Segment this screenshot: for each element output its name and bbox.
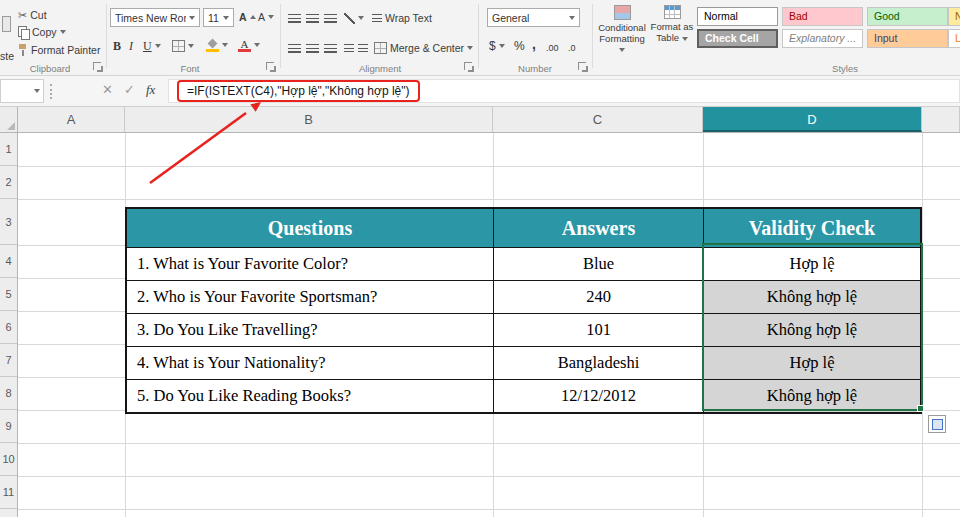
align-center-icon: [306, 44, 319, 53]
row-header-5[interactable]: 5: [0, 278, 17, 311]
column-header-b[interactable]: B: [125, 107, 493, 132]
comma-style-button[interactable]: ,: [532, 36, 536, 52]
answer-cell[interactable]: Blue: [493, 248, 703, 280]
format-as-table-button[interactable]: Format as Table: [650, 5, 694, 67]
conditional-formatting-button[interactable]: Conditional Formatting: [596, 5, 648, 67]
number-dialog-launcher-icon[interactable]: [578, 62, 588, 72]
font-size-combo[interactable]: 11: [203, 8, 234, 27]
validity-cell[interactable]: Không hợp lệ: [703, 314, 920, 346]
italic-button[interactable]: I: [129, 38, 133, 54]
cell-style-linked-partial[interactable]: Lin: [948, 29, 960, 48]
increase-font-button[interactable]: A: [239, 9, 256, 25]
cell-style-good[interactable]: Good: [867, 7, 948, 26]
borders-icon: [172, 40, 185, 52]
row-header-3[interactable]: 3: [0, 199, 17, 245]
align-middle-button[interactable]: [306, 10, 319, 26]
insert-function-icon[interactable]: fx: [146, 82, 155, 98]
validity-cell[interactable]: Không hợp lệ: [703, 380, 920, 412]
question-cell[interactable]: 2. Who is Your Favorite Sportsman?: [127, 281, 493, 313]
table-header-answers[interactable]: Answers: [493, 209, 703, 247]
fill-color-button[interactable]: [206, 37, 228, 53]
row-header-6[interactable]: 6: [0, 311, 17, 344]
align-left-button[interactable]: [288, 40, 301, 56]
borders-button[interactable]: [172, 38, 194, 54]
conditional-formatting-label: Conditional Formatting: [598, 22, 646, 44]
question-cell[interactable]: 3. Do You Like Travelling?: [127, 314, 493, 346]
table-row: 2. Who is Your Favorite Sportsman? 240 K…: [127, 280, 920, 313]
wrap-text-label: Wrap Text: [385, 12, 432, 24]
formula-bar-splitter[interactable]: [50, 84, 52, 99]
column-header-partial[interactable]: [922, 107, 960, 132]
row-header-2[interactable]: 2: [0, 166, 17, 199]
column-header-d-selected[interactable]: D: [703, 107, 922, 132]
row-header-8[interactable]: 8: [0, 377, 17, 410]
font-dialog-launcher-icon[interactable]: [266, 62, 276, 72]
answer-cell[interactable]: 240: [493, 281, 703, 313]
validity-cell[interactable]: Không hợp lệ: [703, 281, 920, 313]
fill-handle[interactable]: [917, 405, 924, 412]
column-header-c[interactable]: C: [493, 107, 703, 132]
percent-style-button[interactable]: %: [514, 38, 525, 54]
font-name-combo[interactable]: Times New Roma: [110, 8, 200, 27]
merge-center-button[interactable]: Merge & Center: [374, 40, 473, 56]
align-bottom-button[interactable]: [324, 10, 337, 26]
row-header-11[interactable]: 11: [0, 476, 17, 509]
clipboard-dialog-launcher-icon[interactable]: [93, 62, 103, 72]
format-painter-button[interactable]: Format Painter: [18, 42, 100, 58]
cell-style-input[interactable]: Input: [867, 29, 948, 48]
question-cell[interactable]: 5. Do You Like Reading Books?: [127, 380, 493, 412]
cell-style-explanatory[interactable]: Explanatory ...: [782, 29, 863, 48]
validity-cell-active[interactable]: Hợp lệ: [703, 248, 920, 280]
align-right-button[interactable]: [324, 40, 337, 56]
decrease-font-button[interactable]: A: [258, 9, 274, 25]
enter-icon[interactable]: ✓: [124, 82, 135, 97]
align-center-button[interactable]: [306, 40, 319, 56]
bold-button[interactable]: B: [113, 38, 121, 54]
row-header-7[interactable]: 7: [0, 344, 17, 377]
select-all-corner[interactable]: [0, 107, 18, 133]
cell-style-check-cell[interactable]: Check Cell: [697, 29, 778, 48]
row-header-4[interactable]: 4: [0, 245, 17, 278]
table-header-validity[interactable]: Validity Check: [703, 209, 920, 247]
copy-icon: [18, 26, 29, 39]
underline-button[interactable]: U: [143, 38, 161, 54]
answer-cell[interactable]: 101: [493, 314, 703, 346]
table-header-questions[interactable]: Questions: [127, 209, 493, 247]
decrease-decimal-button[interactable]: .0: [568, 40, 576, 56]
font-color-button[interactable]: A: [238, 37, 260, 53]
answer-cell[interactable]: 12/12/2012: [493, 380, 703, 412]
row-header-10[interactable]: 10: [0, 443, 17, 476]
increase-indent-button[interactable]: [358, 40, 368, 56]
align-top-icon: [288, 14, 301, 23]
name-box[interactable]: [0, 79, 44, 103]
cell-style-bad[interactable]: Bad: [782, 7, 863, 26]
question-cell[interactable]: 1. What is Your Favorite Color?: [127, 248, 493, 280]
cell-style-neutral-partial[interactable]: Ne: [948, 7, 960, 26]
validity-cell[interactable]: Hợp lệ: [703, 347, 920, 379]
increase-decimal-button[interactable]: .00: [546, 40, 559, 56]
number-format-combo[interactable]: General: [487, 8, 580, 27]
copy-button[interactable]: Copy: [18, 24, 66, 40]
answer-cell[interactable]: Bangladeshi: [493, 347, 703, 379]
comma-glyph: ,: [532, 36, 536, 52]
paste-button-partial[interactable]: ste: [0, 4, 15, 66]
cancel-icon[interactable]: ✕: [102, 82, 113, 97]
alignment-dialog-launcher-icon[interactable]: [464, 62, 474, 72]
question-cell[interactable]: 4. What is Your Nationality?: [127, 347, 493, 379]
sheet-area[interactable]: Questions Answers Validity Check 1. What…: [18, 133, 960, 517]
autofill-options-button[interactable]: [928, 415, 946, 433]
excel-window: ste ✂ Cut Copy Format Painter Clipboard …: [0, 0, 960, 517]
decrease-indent-button[interactable]: [344, 40, 354, 56]
align-top-button[interactable]: [288, 10, 301, 26]
accounting-format-button[interactable]: $: [489, 38, 505, 54]
cell-style-normal[interactable]: Normal: [697, 7, 778, 26]
wrap-text-button[interactable]: Wrap Text: [372, 10, 432, 26]
formula-input[interactable]: =IF(ISTEXT(C4),"Hợp lệ","Không hợp lệ"): [168, 79, 960, 103]
column-header-a[interactable]: A: [18, 107, 125, 132]
chevron-down-icon: [155, 44, 161, 48]
row-header-1[interactable]: 1: [0, 133, 17, 166]
row-header-9[interactable]: 9: [0, 410, 17, 443]
orientation-button[interactable]: [344, 10, 364, 26]
align-left-icon: [288, 44, 301, 53]
cut-button[interactable]: ✂ Cut: [18, 7, 47, 23]
